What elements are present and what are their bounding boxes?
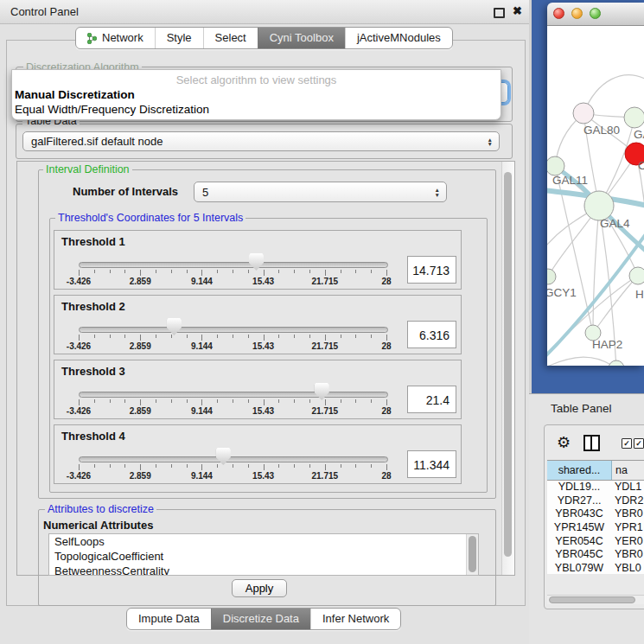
- table-row[interactable]: YBR045CYBR0: [547, 548, 644, 562]
- network-node[interactable]: [547, 269, 556, 284]
- threshold-3-value-field[interactable]: 21.4: [407, 386, 456, 413]
- threshold-4-slider-thumb[interactable]: [216, 448, 231, 465]
- table-hscrollbar[interactable]: [547, 595, 644, 604]
- threshold-1-value-field[interactable]: 14.713: [407, 256, 456, 284]
- checkbox-checked-icon[interactable]: ✓: [622, 438, 632, 449]
- tick-mark: [233, 270, 233, 273]
- network-node[interactable]: [573, 103, 594, 124]
- control-panel-titlebar: Control Panel ✖: [0, 0, 529, 24]
- algorithm-option-manual[interactable]: Manual Discretization: [15, 88, 135, 101]
- close-panel-icon[interactable]: ✖: [513, 4, 522, 17]
- network-node[interactable]: [624, 107, 644, 128]
- tick-mark: [124, 270, 125, 273]
- table-data-combo[interactable]: galFiltered.sif default node ▲▼: [22, 131, 500, 151]
- number-of-intervals-combo[interactable]: 5 ▲▼: [194, 182, 447, 202]
- gear-icon[interactable]: ⚙: [557, 433, 571, 452]
- cell-name: YDL1: [611, 481, 644, 494]
- threshold-1-slider-track[interactable]: [79, 262, 388, 268]
- threshold-3-slider-track[interactable]: [79, 392, 388, 398]
- threshold-2-slider-thumb[interactable]: [167, 318, 182, 335]
- list-item-betweennesscentrality[interactable]: BetweennessCentrality: [49, 564, 478, 576]
- tick-mark: [217, 464, 218, 468]
- table-row[interactable]: YBL079WYBL0: [547, 562, 644, 574]
- network-icon: [87, 33, 97, 44]
- zoom-window-icon[interactable]: [590, 8, 601, 19]
- table-row[interactable]: YBR043CYBR0: [547, 507, 644, 521]
- network-node[interactable]: [629, 267, 644, 284]
- tab-cyni-toolbox[interactable]: Cyni Toolbox: [258, 28, 345, 48]
- threshold-2-slider-track[interactable]: [79, 327, 388, 333]
- attributes-group-title: Attributes to discretize: [45, 503, 156, 515]
- node-label: GA: [634, 128, 644, 141]
- tick-label: 9.144: [175, 277, 227, 286]
- table-columns-icon[interactable]: [583, 435, 600, 451]
- tab-infer-network[interactable]: Infer Network: [310, 609, 400, 629]
- threshold-3-slider-thumb[interactable]: [315, 383, 329, 400]
- threshold-2-value-field[interactable]: 6.316: [407, 321, 456, 348]
- close-window-icon[interactable]: [553, 8, 564, 19]
- scrollbar-thumb[interactable]: [469, 536, 476, 572]
- tick-mark: [217, 399, 218, 403]
- tab-network[interactable]: Network: [76, 28, 155, 48]
- slider-tick-labels: -3.4262.8599.14415.4321.71528: [79, 406, 387, 417]
- threshold-4-slider-track[interactable]: [79, 456, 388, 462]
- tick-label: -3.426: [53, 406, 105, 416]
- network-edge[interactable]: [593, 206, 599, 333]
- algorithm-option-equal-width[interactable]: Equal Width/Frequency Discretization: [15, 103, 209, 116]
- list-item-topologicalcoefficient[interactable]: TopologicalCoefficient: [49, 549, 478, 564]
- tab-discretize-data[interactable]: Discretize Data: [211, 609, 310, 629]
- checkbox-checked-icon[interactable]: ✓: [634, 438, 644, 449]
- tick-label: 2.859: [114, 341, 166, 351]
- table-row[interactable]: YDL19...YDL1: [547, 481, 644, 494]
- network-node[interactable]: [547, 156, 564, 175]
- scrollbar-thumb[interactable]: [504, 172, 512, 557]
- tick-label: 9.144: [175, 341, 227, 351]
- table-rows: YDL19...YDL1YDR27...YDR2YBR043CYBR0YPR14…: [547, 481, 644, 574]
- table-row[interactable]: YDR27...YDR2: [547, 494, 644, 508]
- settings-scrollbar[interactable]: [501, 162, 514, 575]
- table-row[interactable]: YER054CYER0: [547, 535, 644, 549]
- tick-label: 9.144: [175, 406, 227, 416]
- tick-mark: [294, 464, 295, 468]
- tick-mark: [264, 399, 265, 405]
- apply-button[interactable]: Apply: [232, 579, 287, 597]
- tab-select[interactable]: Select: [203, 28, 258, 48]
- scrollbar-thumb[interactable]: [549, 596, 635, 603]
- threshold-1-slider-thumb[interactable]: [249, 253, 264, 271]
- tick-mark: [355, 464, 356, 468]
- threshold-3-label: Threshold 3: [61, 365, 125, 378]
- number-of-intervals-label: Number of Intervals: [73, 185, 178, 198]
- threshold-4-value-field[interactable]: 11.344: [407, 450, 456, 478]
- tab-impute-data-label: Impute Data: [138, 609, 200, 629]
- list-item-selfloops[interactable]: SelfLoops: [49, 534, 478, 549]
- tick-mark: [371, 399, 372, 403]
- tab-impute-data[interactable]: Impute Data: [127, 609, 211, 629]
- tick-mark: [79, 335, 80, 341]
- threshold-2-panel: Threshold 2-3.4262.8599.14415.4321.71528…: [54, 295, 462, 354]
- tick-mark: [248, 464, 249, 468]
- thresholds-list: Threshold 1-3.4262.8599.14415.4321.71528…: [54, 230, 462, 489]
- tab-jactivemnodules[interactable]: jActiveMNodules: [345, 28, 452, 48]
- float-window-icon[interactable]: [494, 8, 505, 18]
- column-header-shared-name[interactable]: shared...: [547, 461, 612, 480]
- cell-name: YER0: [611, 535, 644, 549]
- network-edge[interactable]: [547, 357, 616, 366]
- network-canvas[interactable]: GAL80GACGAL11GAL4GCY1HHAP2: [547, 26, 644, 366]
- tick-mark: [341, 464, 341, 468]
- tick-mark: [278, 270, 279, 273]
- network-node[interactable]: [584, 191, 614, 220]
- table-row[interactable]: YPR145WYPR1: [547, 521, 644, 535]
- node-label: GAL80: [583, 124, 620, 137]
- tick-mark: [386, 399, 387, 405]
- minimize-window-icon[interactable]: [571, 8, 583, 19]
- column-header-name[interactable]: na: [612, 461, 644, 480]
- tick-label: 21.715: [299, 406, 351, 416]
- threshold-3-panel: Threshold 3-3.4262.8599.14415.4321.71528…: [54, 360, 462, 419]
- tick-mark: [94, 270, 95, 273]
- tick-mark: [309, 335, 310, 338]
- network-node[interactable]: [609, 360, 624, 366]
- tick-mark: [341, 399, 341, 403]
- attributes-scrollbar[interactable]: [466, 534, 478, 575]
- tab-style[interactable]: Style: [155, 28, 203, 48]
- tick-mark: [156, 399, 156, 403]
